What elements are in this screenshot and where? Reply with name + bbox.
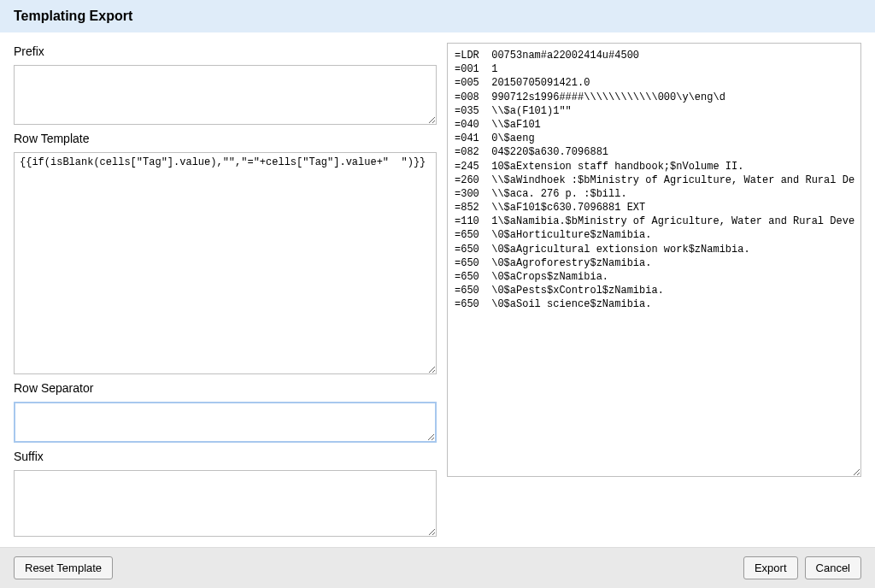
prefix-label: Prefix (14, 44, 437, 58)
suffix-input[interactable] (14, 470, 437, 537)
cancel-button[interactable]: Cancel (805, 556, 861, 579)
dialog-header: Templating Export (0, 0, 875, 32)
footer-right: Export Cancel (743, 556, 861, 579)
suffix-label: Suffix (14, 450, 437, 463)
row-template-label: Row Template (14, 132, 437, 145)
reset-template-button[interactable]: Reset Template (14, 556, 113, 579)
footer-left: Reset Template (14, 556, 113, 579)
export-button[interactable]: Export (743, 556, 798, 579)
row-separator-label: Row Separator (14, 381, 437, 395)
main-content: Prefix Row Template Row Separator Suffix (0, 32, 875, 547)
prefix-input[interactable] (14, 65, 437, 125)
row-separator-input[interactable] (14, 402, 437, 443)
preview-output[interactable] (447, 43, 861, 477)
row-template-input[interactable] (14, 152, 437, 374)
left-column: Prefix Row Template Row Separator Suffix (14, 43, 437, 540)
dialog-footer: Reset Template Export Cancel (0, 547, 875, 588)
right-column (447, 43, 861, 540)
dialog-title: Templating Export (14, 9, 132, 23)
